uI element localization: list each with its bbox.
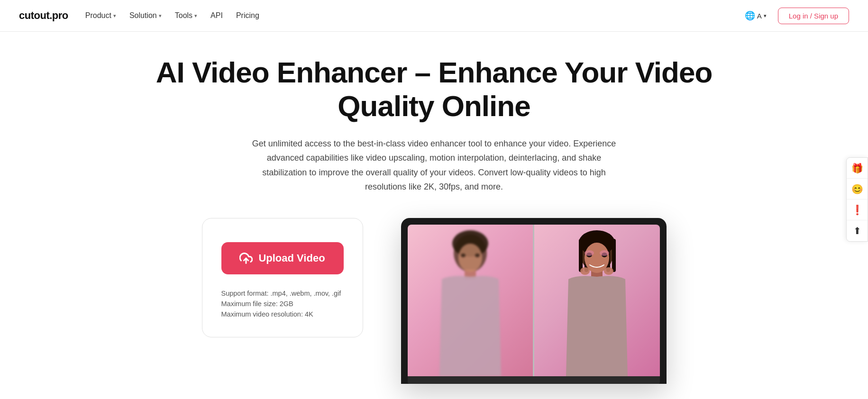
svg-point-4 (458, 244, 482, 272)
monitor-base (408, 376, 660, 384)
svg-point-20 (604, 267, 613, 275)
size-info: Maximum file size: 2GB (221, 300, 344, 308)
upload-meta: Support format: .mp4, .webm, .mov, .gif … (221, 290, 344, 318)
hero-section: AI Video Enhancer – Enhance Your Video Q… (102, 32, 766, 194)
svg-point-17 (585, 250, 594, 256)
chevron-down-icon: ▾ (764, 13, 767, 19)
nav-item-tools[interactable]: Tools ▾ (175, 11, 197, 20)
upload-video-button[interactable]: Upload Video (221, 242, 344, 274)
scroll-top-button[interactable]: ⬆ (847, 220, 868, 241)
svg-point-6 (475, 254, 480, 257)
svg-point-19 (580, 267, 590, 275)
svg-rect-9 (579, 239, 583, 272)
screen-after (534, 225, 660, 376)
nav-item-api[interactable]: API (210, 11, 223, 20)
hero-title: AI Video Enhancer – Enhance Your Video Q… (131, 55, 738, 123)
format-info: Support format: .mp4, .webm, .mov, .gif (221, 290, 344, 297)
svg-point-5 (461, 254, 466, 257)
chevron-down-icon: ▾ (159, 13, 162, 19)
translate-icon: 🌐 (745, 10, 755, 21)
upload-arrow-icon (239, 252, 253, 265)
nav-item-product[interactable]: Product ▾ (85, 11, 116, 20)
sidebar-icons: 🎁 😊 ❗ ⬆ (846, 157, 868, 242)
chevron-down-icon: ▾ (113, 13, 116, 19)
navbar-left: cutout.pro Product ▾ Solution ▾ Tools ▾ … (19, 9, 259, 22)
nav-item-pricing[interactable]: Pricing (236, 11, 259, 20)
navbar-right: 🌐 A ▾ Log in / Sign up (741, 8, 849, 24)
monitor-screen (408, 225, 660, 376)
nav-item-solution[interactable]: Solution ▾ (129, 11, 162, 20)
video-preview (401, 218, 667, 384)
svg-rect-12 (612, 239, 616, 272)
logo[interactable]: cutout.pro (19, 9, 68, 22)
login-signup-button[interactable]: Log in / Sign up (778, 8, 849, 24)
chevron-down-icon: ▾ (194, 13, 197, 19)
alert-icon-button[interactable]: ❗ (847, 200, 868, 220)
face-icon-button[interactable]: 😊 (847, 179, 868, 200)
screen-before (408, 225, 533, 376)
nav-links: Product ▾ Solution ▾ Tools ▾ API Pricing (85, 11, 259, 20)
monitor-frame (401, 218, 667, 384)
person-before-silhouette (432, 229, 508, 376)
navbar: cutout.pro Product ▾ Solution ▾ Tools ▾ … (0, 0, 868, 32)
svg-point-18 (600, 250, 609, 256)
gift-icon-button[interactable]: 🎁 (847, 158, 868, 179)
person-after-silhouette (559, 229, 635, 376)
main-content: Upload Video Support format: .mp4, .webm… (102, 218, 766, 399)
upload-card: Upload Video Support format: .mp4, .webm… (202, 218, 363, 337)
resolution-info: Maximum video resolution: 4K (221, 310, 344, 318)
hero-description: Get unlimited access to the best-in-clas… (249, 136, 619, 194)
language-button[interactable]: 🌐 A ▾ (741, 9, 770, 23)
